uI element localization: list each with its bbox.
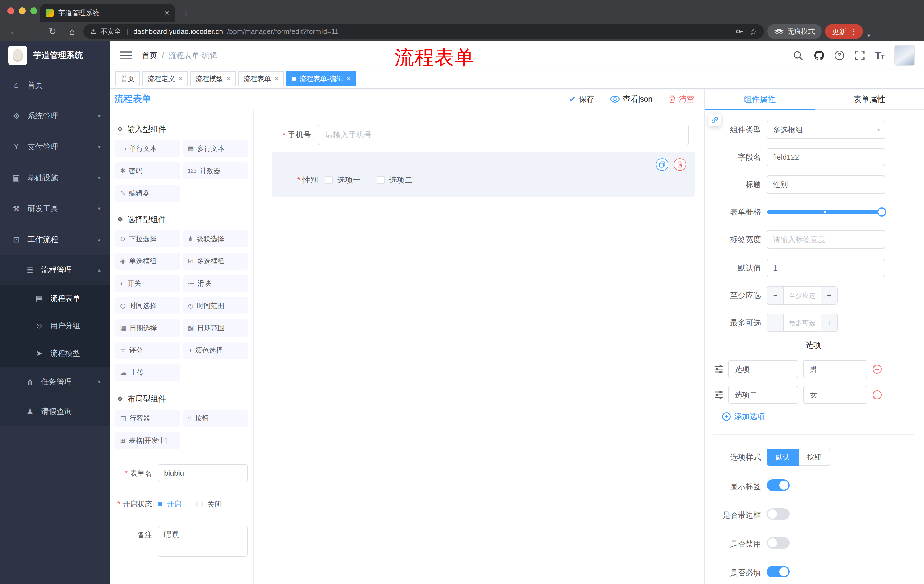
palette-item-color-picker[interactable]: ◑颜色选择 (183, 342, 248, 359)
palette-item-cascader[interactable]: ⋔级联选择 (183, 230, 248, 247)
view-json-button[interactable]: 查看json (610, 94, 652, 104)
drag-handle-icon[interactable] (714, 365, 723, 374)
tag-process-form[interactable]: 流程表单 × (238, 71, 284, 86)
font-size-icon[interactable]: TT (875, 50, 884, 61)
tab-component-props[interactable]: 组件属性 (705, 89, 815, 110)
gender-option2-checkbox[interactable]: 选项二 (376, 175, 412, 185)
sidebar-item-leave-query[interactable]: ♟ 请假查询 (0, 396, 110, 426)
component-type-select[interactable]: 多选框组 ▾ (767, 120, 885, 139)
palette-item-dropdown[interactable]: ⊙下拉选择 (116, 230, 180, 247)
gender-option1-checkbox[interactable]: 选项一 (325, 175, 361, 185)
palette-item-upload[interactable]: ☁上传 (116, 364, 180, 381)
app-logo[interactable]: 芋道管理系统 (0, 41, 110, 70)
default-value-input[interactable] (767, 259, 885, 277)
user-avatar[interactable] (894, 45, 915, 66)
border-switch[interactable] (767, 508, 790, 520)
browser-menu-icon[interactable]: ⋮ (850, 27, 857, 36)
window-minimize-button[interactable] (19, 7, 26, 14)
sidebar-item-home[interactable]: ⌂ 首页 (0, 70, 110, 100)
palette-item-table[interactable]: ⊞表格[开发中] (116, 432, 180, 449)
max-select-stepper[interactable]: − + (767, 314, 838, 332)
palette-item-date-picker[interactable]: ▦日期选择 (116, 319, 180, 337)
sidebar-item-system[interactable]: ⚙ 系统管理 ▾ (0, 100, 110, 132)
tag-process-form-edit[interactable]: 流程表单-编辑 × (287, 71, 356, 86)
tag-close-icon[interactable]: × (226, 75, 231, 83)
browser-home-icon[interactable]: ⌂ (64, 26, 80, 37)
link-anchor-button[interactable] (708, 114, 721, 126)
palette-item-row-container[interactable]: ◫行容器 (116, 410, 180, 427)
sidebar-item-payment[interactable]: ¥ 支付管理 ▾ (0, 132, 110, 162)
help-icon[interactable]: ? (835, 51, 844, 60)
tag-close-icon[interactable]: × (274, 75, 279, 83)
github-icon[interactable] (813, 50, 825, 61)
status-radio-on[interactable]: 开启 (158, 499, 181, 509)
stepper-decrease-button[interactable]: − (767, 314, 784, 331)
disabled-switch[interactable] (767, 537, 790, 549)
option-style-default-button[interactable]: 默认 (767, 449, 799, 466)
new-tab-button[interactable]: + (183, 8, 189, 18)
tag-process-definition[interactable]: 流程定义 × (142, 71, 188, 86)
show-label-switch[interactable] (767, 479, 790, 491)
sidebar-item-workflow[interactable]: ⊡ 工作流程 ▴ (0, 224, 110, 255)
password-key-icon[interactable] (734, 26, 745, 37)
sidebar-item-infra[interactable]: ▣ 基础设施 ▾ (0, 162, 110, 193)
slider-handle[interactable] (877, 207, 886, 217)
palette-item-password[interactable]: ✱密码 (116, 162, 180, 179)
chrome-caret-icon[interactable]: ▾ (867, 32, 870, 39)
palette-item-single-line-text[interactable]: ▭单行文本 (116, 140, 180, 157)
palette-item-multiline-text[interactable]: ▤多行文本 (183, 140, 248, 157)
address-bar[interactable]: ⚠ 不安全 | dashboard.yudao.iocoder.cn/bpm/m… (84, 24, 764, 39)
clear-button[interactable]: 清空 (668, 94, 694, 104)
stepper-increase-button[interactable]: + (820, 287, 837, 304)
window-zoom-button[interactable] (30, 7, 37, 14)
option1-value-input[interactable] (804, 360, 867, 378)
stepper-increase-button[interactable]: + (820, 314, 837, 331)
sidebar-item-process-mgmt[interactable]: ≣ 流程管理 ▴ (0, 255, 110, 285)
fullscreen-icon[interactable] (854, 50, 865, 61)
drag-handle-icon[interactable] (714, 390, 723, 400)
status-radio-off[interactable]: 关闭 (196, 499, 222, 509)
sidebar-item-process-form[interactable]: ▤ 流程表单 (0, 285, 110, 312)
add-option-button[interactable]: 添加选项 (722, 411, 924, 422)
stepper-decrease-button[interactable]: − (767, 287, 784, 304)
breadcrumb-home[interactable]: 首页 (142, 50, 157, 61)
sidebar-item-task-mgmt[interactable]: ⋔ 任务管理 ▾ (0, 367, 110, 396)
form-name-input[interactable] (158, 464, 248, 482)
search-icon[interactable] (792, 50, 804, 61)
grid-slider[interactable] (767, 203, 885, 221)
back-icon[interactable]: ← (6, 26, 22, 37)
option2-label-input[interactable] (728, 386, 798, 404)
palette-item-radio-group[interactable]: ◉单选框组 (116, 253, 180, 270)
palette-item-time-picker[interactable]: ◷时间选择 (116, 297, 180, 314)
min-select-stepper[interactable]: − + (767, 286, 838, 304)
copy-component-button[interactable] (656, 158, 668, 171)
palette-item-switch[interactable]: ◐开关 (116, 275, 180, 292)
option2-value-input[interactable] (804, 386, 867, 404)
delete-component-button[interactable] (673, 158, 686, 171)
window-controls[interactable] (7, 7, 37, 14)
remark-textarea[interactable]: 嘿嘿 (158, 526, 248, 556)
palette-item-editor[interactable]: ✎编辑器 (116, 184, 180, 202)
palette-item-slider[interactable]: ⊶滑块 (183, 275, 248, 292)
save-button[interactable]: ✔ 保存 (569, 94, 594, 104)
browser-tab[interactable]: 芋道管理系统 × (40, 4, 175, 22)
palette-item-button[interactable]: ☝按钮 (183, 410, 248, 427)
tab-form-props[interactable]: 表单属性 (815, 89, 924, 110)
palette-item-checkbox-group[interactable]: ☑多选框组 (183, 253, 248, 270)
sidebar-item-devtools[interactable]: ⚒ 研发工具 ▾ (0, 193, 110, 224)
palette-item-time-range[interactable]: ◴时间范围 (183, 297, 248, 314)
tag-close-icon[interactable]: × (178, 75, 182, 83)
field-name-input[interactable] (767, 148, 885, 166)
reload-icon[interactable]: ↻ (45, 26, 61, 37)
field-gender-selected[interactable]: 性别 选项一 选项二 (272, 152, 695, 197)
tab-close-icon[interactable]: × (165, 8, 169, 17)
option-style-button-button[interactable]: 按钮 (799, 449, 830, 466)
palette-item-counter[interactable]: 123计数器 (183, 162, 248, 179)
phone-input[interactable] (318, 125, 689, 145)
sidebar-item-process-model[interactable]: ➤ 流程模型 (0, 339, 110, 367)
title-input[interactable] (767, 175, 885, 194)
option1-label-input[interactable] (728, 360, 798, 378)
min-select-input[interactable] (784, 287, 820, 304)
palette-item-date-range[interactable]: ▩日期范围 (183, 319, 248, 337)
sidebar-item-user-group[interactable]: ☺ 用户分组 (0, 312, 110, 339)
